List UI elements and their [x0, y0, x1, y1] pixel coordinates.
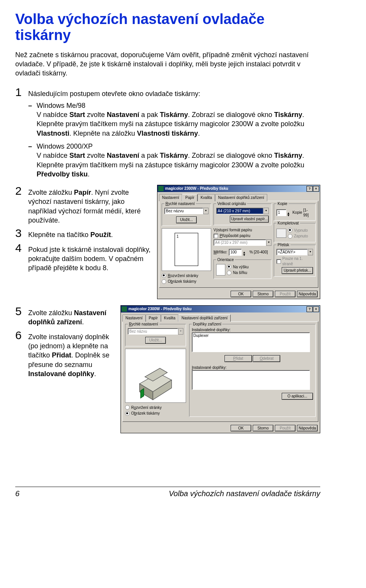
help-button[interactable]: Nápověda — [297, 291, 318, 298]
orig-size-field[interactable]: A4 (210 x 297 mm) — [216, 208, 263, 215]
step-1b: – Windows 2000/XP V nabídce Start zvolte… — [28, 142, 320, 179]
step-1b-body: Windows 2000/XP V nabídce Start zvolte N… — [37, 142, 320, 179]
installed-list[interactable] — [192, 370, 310, 390]
step-5-body: Zvolte záložku Nastavení doplňků zařízen… — [28, 305, 116, 327]
group-collate: Kompletovat Vypnuto Zapnuto — [274, 223, 316, 242]
apply-button[interactable]: Použít — [275, 425, 295, 432]
scale-field[interactable]: 100 — [229, 249, 242, 256]
group-overlay: Přetisk <ŽÁDNÝ> ▾ Pouze na 1. straně Upr… — [274, 245, 316, 277]
step-number: 1 — [15, 86, 28, 183]
step-number: 2 — [15, 185, 28, 225]
radio-landscape[interactable]: Na šířku — [227, 270, 249, 276]
list-item[interactable]: Duplexer — [193, 333, 308, 338]
dropdown-icon[interactable]: ▾ — [308, 249, 313, 256]
tab-nastaveni[interactable]: Nastavení — [159, 194, 182, 201]
overlay-firstpage-checkbox: Pouze na 1. straně — [276, 256, 313, 266]
about-button[interactable]: O aplikaci... — [282, 393, 313, 400]
edit-overlay-button[interactable]: Upravit přetisk... — [282, 267, 313, 274]
close-button[interactable]: × — [313, 186, 319, 192]
installable-label: Instalovatelné doplňky: — [192, 327, 313, 333]
spinner-down-icon[interactable]: ▾ — [287, 213, 291, 215]
radio-layout[interactable]: Rozvržení stránky — [125, 405, 186, 410]
tab-doplnky[interactable]: Nastavení doplňků zařízení — [178, 314, 231, 322]
step-3-body: Klepněte na tlačítko Použít. — [28, 227, 152, 239]
scale-range: % [20-400] — [249, 250, 268, 255]
scale-label: Měřítko: — [214, 250, 227, 255]
copies-text: Kopie — [292, 210, 302, 215]
custom-paper-button[interactable]: Upravit vlastní papír... — [230, 216, 269, 223]
copies-range: [1-99] — [303, 208, 313, 218]
dropdown-icon: ▾ — [266, 239, 271, 246]
device-options-label: Doplňky zařízení — [192, 322, 222, 327]
dialog-print-prefs-device: magicolor 2300W - Předvolby tisku ? × Na… — [120, 305, 320, 433]
installable-list[interactable]: Duplexer — [192, 332, 310, 352]
apply-button[interactable]: Použít — [275, 291, 295, 298]
app-icon — [158, 186, 164, 191]
step-number: 3 — [15, 227, 28, 239]
page-heading: Volba výchozích nastavení ovladače tiská… — [15, 11, 320, 43]
dialog-titlebar[interactable]: magicolor 2300W - Předvolby tisku ? × — [157, 185, 320, 192]
group-quick-settings: Rychlé nastavení Bez názvu ▾ Uložit... — [162, 203, 211, 226]
group-copies: Kopie 1 ▴ ▾ Kopie [1-99] — [274, 203, 316, 221]
step-4-body: Pokud jste k tiskárně instalovali doplňk… — [28, 242, 152, 273]
printer-image-preview — [125, 349, 186, 403]
spinner-down-icon[interactable]: ▾ — [243, 252, 248, 255]
collate-icon — [276, 229, 286, 238]
tab-nastaveni[interactable]: Nastavení — [122, 314, 146, 322]
ok-button[interactable]: OK — [231, 425, 251, 432]
footer-title: Volba výchozích nastavení ovladače tiská… — [169, 489, 320, 499]
tab-kvalita[interactable]: Kvalita — [161, 314, 178, 322]
step-1a-body: Windows Me/98 V nabídce Start zvolte Nas… — [37, 101, 320, 138]
output-format-label: Výstupní formát papíru — [214, 228, 271, 233]
group-quick-label: ychlé nastavení — [168, 202, 195, 206]
step-number: 4 — [15, 242, 28, 273]
cancel-button[interactable]: Storno — [253, 425, 273, 432]
tab-kvalita[interactable]: Kvalita — [197, 194, 215, 201]
step-6-body: Zvolte instalovaný doplněk (po jednom) a… — [28, 329, 116, 378]
dropdown-icon[interactable]: ▾ — [263, 208, 269, 215]
page-one-label: 1 — [177, 234, 179, 239]
cancel-button[interactable]: Storno — [253, 291, 273, 298]
orientation-icon — [216, 264, 225, 276]
step-1: 1 Následujícím postupem otevřete okno ov… — [15, 86, 320, 183]
close-button[interactable]: × — [313, 306, 319, 312]
help-button[interactable]: ? — [307, 186, 313, 192]
step-2-body: Zvolte záložku Papír. Nyní zvolte výchoz… — [28, 185, 152, 225]
help-button[interactable]: Nápověda — [297, 425, 318, 432]
dialog-titlebar[interactable]: magicolor 2300W - Předvolby tisku ? × — [121, 306, 320, 312]
spinner-up-icon[interactable]: ▴ — [243, 250, 248, 252]
radio-collate-off: Vypnuto — [288, 228, 308, 233]
step-3: 3 Klepněte na tlačítko Použít. — [15, 227, 152, 239]
radio-layout[interactable]: Rozvržení stránky — [162, 273, 211, 279]
dialog-button-row: OK Storno Použít Nápověda — [157, 289, 320, 299]
dropdown-icon[interactable]: ▾ — [203, 208, 209, 215]
lead-paragraph: Než začnete s tiskárnou pracovat, doporu… — [15, 50, 320, 78]
tab-papir[interactable]: Papír — [146, 314, 161, 322]
fit-to-paper-checkbox[interactable]: Přizpůsobit papíru — [214, 233, 271, 239]
orientation-label: Orientace — [216, 257, 235, 263]
page-footer: 6 Volba výchozích nastavení ovladače tis… — [15, 487, 320, 499]
group-quick-label: ychlé nastavení — [132, 322, 158, 326]
add-button[interactable]: Přidat — [225, 355, 252, 362]
step-4: 4 Pokud jste k tiskárně instalovali dopl… — [15, 242, 152, 273]
overlay-field[interactable]: <ŽÁDNÝ> — [276, 249, 308, 256]
ok-button[interactable]: OK — [231, 291, 251, 298]
radio-image[interactable]: Obrázek tiskárny — [162, 279, 211, 284]
dialog-title: magicolor 2300W - Předvolby tisku — [165, 186, 228, 191]
copies-label: Kopie — [276, 201, 289, 207]
page-preview: 1 — [162, 228, 211, 271]
remove-button[interactable]: Odebrat — [253, 355, 280, 362]
save-button: Uložit... — [145, 337, 166, 344]
tab-doplnky[interactable]: Nastavení doplňků zařízení — [215, 194, 267, 201]
step-1-intro: Následujícím postupem otevřete okno ovla… — [28, 89, 320, 98]
bullet-dash: – — [28, 142, 37, 179]
copies-field[interactable]: 1 — [276, 209, 286, 216]
save-button[interactable]: Uložit... — [176, 216, 197, 223]
collate-label: Kompletovat — [276, 221, 300, 226]
radio-portrait[interactable]: Na výšku — [227, 264, 249, 270]
radio-image[interactable]: Obrázek tiskárny — [125, 411, 186, 416]
tab-papir[interactable]: Papír — [182, 194, 197, 201]
help-button[interactable]: ? — [307, 306, 313, 312]
page-number: 6 — [15, 489, 19, 499]
quick-setting-field[interactable]: Bez názvu — [164, 208, 203, 215]
